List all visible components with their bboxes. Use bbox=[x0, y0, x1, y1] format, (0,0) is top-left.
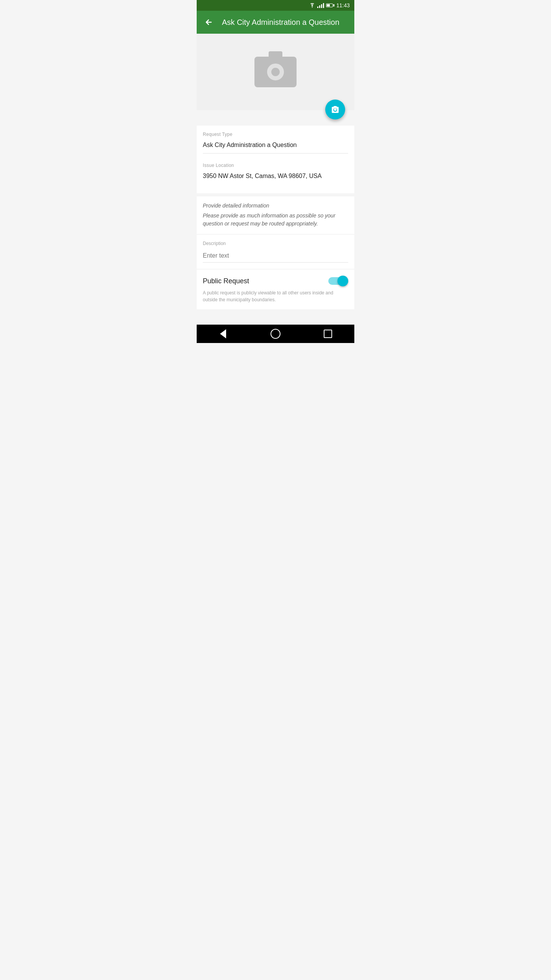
back-arrow-icon bbox=[204, 18, 213, 26]
public-request-section: Public Request A public request is publi… bbox=[197, 270, 354, 309]
issue-location-value: 3950 NW Astor St, Camas, WA 98607, USA bbox=[203, 171, 348, 181]
app-bar-title: Ask City Administration a Question bbox=[222, 18, 339, 27]
battery-icon bbox=[326, 3, 334, 7]
description-section: Description bbox=[197, 235, 354, 269]
status-time: 11:43 bbox=[336, 2, 350, 8]
app-bar: Ask City Administration a Question bbox=[197, 11, 354, 34]
toggle-thumb bbox=[337, 276, 348, 286]
request-type-value: Ask City Administration a Question bbox=[203, 140, 348, 150]
status-bar: 11:43 bbox=[197, 0, 354, 11]
photo-upload-area[interactable] bbox=[197, 34, 354, 110]
public-request-label: Public Request bbox=[203, 277, 249, 285]
form-section: Request Type Ask City Administration a Q… bbox=[197, 126, 354, 193]
back-button[interactable] bbox=[203, 16, 214, 28]
camera-placeholder bbox=[253, 53, 298, 91]
issue-location-field: Issue Location 3950 NW Astor St, Camas, … bbox=[203, 157, 348, 184]
svg-point-0 bbox=[312, 7, 313, 8]
public-request-info: A public request is publicly viewable to… bbox=[203, 289, 348, 303]
description-label: Description bbox=[203, 241, 348, 246]
issue-location-label: Issue Location bbox=[203, 163, 348, 168]
public-request-row: Public Request bbox=[203, 276, 348, 286]
wifi-icon bbox=[309, 3, 315, 8]
camera-fab-icon bbox=[331, 105, 340, 114]
provide-info-title: Provide detailed information bbox=[203, 203, 348, 209]
main-content: Request Type Ask City Administration a Q… bbox=[197, 34, 354, 317]
provide-info-text: Please provide as much information as po… bbox=[203, 212, 348, 228]
nav-back-button[interactable] bbox=[215, 326, 231, 341]
public-request-toggle[interactable] bbox=[328, 276, 348, 286]
request-type-label: Request Type bbox=[203, 132, 348, 137]
info-section: Provide detailed information Please prov… bbox=[197, 196, 354, 234]
nav-recents-button[interactable] bbox=[320, 326, 336, 341]
description-input[interactable] bbox=[203, 251, 348, 263]
nav-home-button[interactable] bbox=[268, 326, 283, 341]
camera-large-icon bbox=[253, 53, 298, 91]
signal-icon bbox=[317, 3, 324, 8]
request-type-field: Request Type Ask City Administration a Q… bbox=[203, 126, 348, 154]
fab-camera-button[interactable] bbox=[325, 100, 345, 119]
status-icons: 11:43 bbox=[309, 2, 350, 8]
nav-bar bbox=[197, 325, 354, 343]
